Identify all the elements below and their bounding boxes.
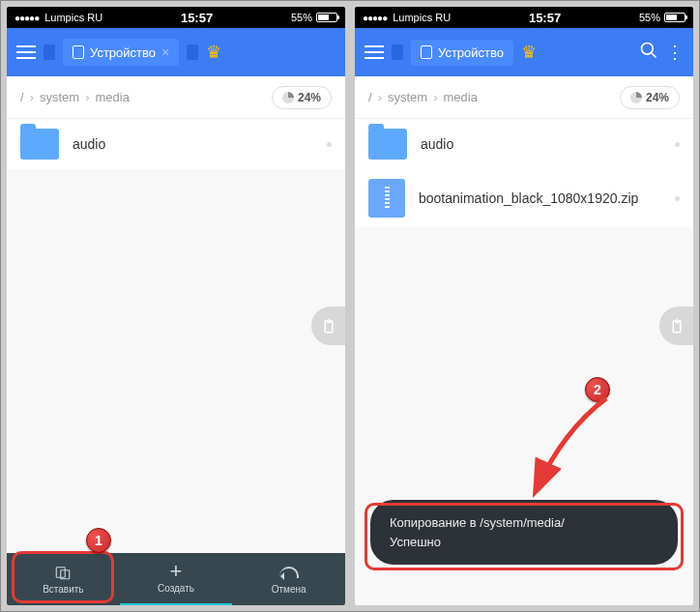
cancel-button[interactable]: Отмена: [232, 553, 345, 605]
undo-icon: [279, 567, 299, 578]
annotation-highlight-1: [12, 551, 114, 603]
chevron-right-icon: ›: [378, 90, 382, 104]
app-bar: Устройство × ♛: [7, 28, 345, 76]
app-bar: Устройство ♛ ⋮: [355, 28, 693, 76]
pie-chart-icon: [630, 92, 642, 103]
item-menu-dot[interactable]: [675, 142, 680, 147]
cancel-label: Отмена: [272, 584, 306, 595]
clipboard-icon: [668, 317, 685, 335]
list-item[interactable]: audio: [355, 119, 693, 169]
phone-left: ●●●●● Lumpics RU 15:57 55% Устройство × …: [7, 7, 345, 605]
plus-icon: +: [170, 561, 183, 582]
clock-label: 15:57: [102, 11, 291, 25]
close-icon[interactable]: ×: [161, 44, 169, 60]
clock-label: 15:57: [451, 11, 639, 25]
item-menu-dot[interactable]: [675, 196, 680, 201]
tab-next-hint[interactable]: [187, 44, 198, 60]
status-left: ●●●●● Lumpics RU: [15, 12, 102, 23]
breadcrumb-system[interactable]: system: [40, 90, 79, 104]
crown-icon[interactable]: ♛: [206, 42, 221, 63]
status-left: ●●●●● Lumpics RU: [363, 12, 451, 23]
file-name: audio: [73, 136, 105, 152]
storage-pct: 24%: [298, 91, 321, 104]
tab-label: Устройство: [90, 45, 156, 60]
chevron-right-icon: ›: [433, 90, 437, 104]
signal-dots-icon: ●●●●●: [363, 13, 387, 23]
file-list: audio bootanimation_black_1080x1920.zip: [355, 119, 693, 227]
tutorial-composite: ●●●●● Lumpics RU 15:57 55% Устройство × …: [0, 0, 700, 612]
menu-icon[interactable]: [365, 45, 384, 59]
file-name: bootanimation_black_1080x1920.zip: [419, 190, 638, 206]
breadcrumb: / › system › media 24%: [7, 76, 345, 119]
annotation-marker-1: 1: [86, 528, 111, 553]
annotation-arrow: [510, 393, 626, 509]
status-bar: ●●●●● Lumpics RU 15:57 55%: [355, 7, 693, 28]
chevron-right-icon: ›: [85, 90, 89, 104]
file-list: audio: [7, 119, 345, 169]
more-vert-icon[interactable]: ⋮: [666, 42, 684, 63]
tab-prev-hint[interactable]: [44, 44, 55, 60]
device-icon: [73, 45, 84, 59]
annotation-highlight-2: [365, 503, 684, 570]
tab-prev-hint[interactable]: [392, 44, 403, 60]
clipboard-fab[interactable]: [659, 306, 693, 345]
signal-dots-icon: ●●●●●: [15, 13, 39, 23]
svg-line-3: [652, 52, 656, 57]
breadcrumb-system[interactable]: system: [388, 90, 427, 104]
carrier-label: Lumpics RU: [393, 12, 451, 23]
item-menu-dot[interactable]: [327, 142, 332, 147]
file-name: audio: [421, 136, 453, 152]
tab-label: Устройство: [438, 45, 504, 60]
breadcrumb-media[interactable]: media: [95, 90, 129, 104]
breadcrumb-media[interactable]: media: [443, 90, 477, 104]
tab-device[interactable]: Устройство ×: [63, 39, 179, 66]
svg-point-2: [642, 43, 654, 54]
battery-pct-label: 55%: [639, 12, 660, 23]
breadcrumb-root[interactable]: /: [368, 90, 372, 104]
clipboard-fab[interactable]: [311, 306, 345, 345]
pie-chart-icon: [282, 92, 294, 103]
battery-icon: [316, 13, 337, 22]
storage-pct: 24%: [646, 91, 669, 104]
device-icon: [421, 45, 432, 59]
search-icon[interactable]: [639, 41, 658, 65]
create-button[interactable]: + Создать: [120, 553, 233, 605]
phone-right: ●●●●● Lumpics RU 15:57 55% Устройство ♛ …: [355, 7, 693, 605]
crown-icon[interactable]: ♛: [521, 42, 537, 63]
status-bar: ●●●●● Lumpics RU 15:57 55%: [7, 7, 345, 28]
battery-pct-label: 55%: [291, 12, 312, 23]
status-right: 55%: [639, 12, 685, 23]
status-right: 55%: [291, 12, 337, 23]
list-item[interactable]: bootanimation_black_1080x1920.zip: [355, 169, 693, 227]
clipboard-icon: [320, 317, 337, 335]
create-label: Создать: [158, 583, 194, 594]
battery-icon: [664, 13, 685, 22]
zip-icon: [368, 179, 405, 218]
storage-badge[interactable]: 24%: [620, 86, 680, 109]
breadcrumb: / › system › media 24%: [355, 76, 693, 119]
list-item[interactable]: audio: [7, 119, 345, 169]
menu-icon[interactable]: [16, 45, 36, 59]
storage-badge[interactable]: 24%: [272, 86, 332, 109]
folder-icon: [368, 129, 407, 160]
chevron-right-icon: ›: [30, 90, 34, 104]
tab-device[interactable]: Устройство: [411, 40, 513, 66]
carrier-label: Lumpics RU: [44, 12, 102, 23]
breadcrumb-root[interactable]: /: [20, 90, 24, 104]
folder-icon: [20, 129, 59, 160]
